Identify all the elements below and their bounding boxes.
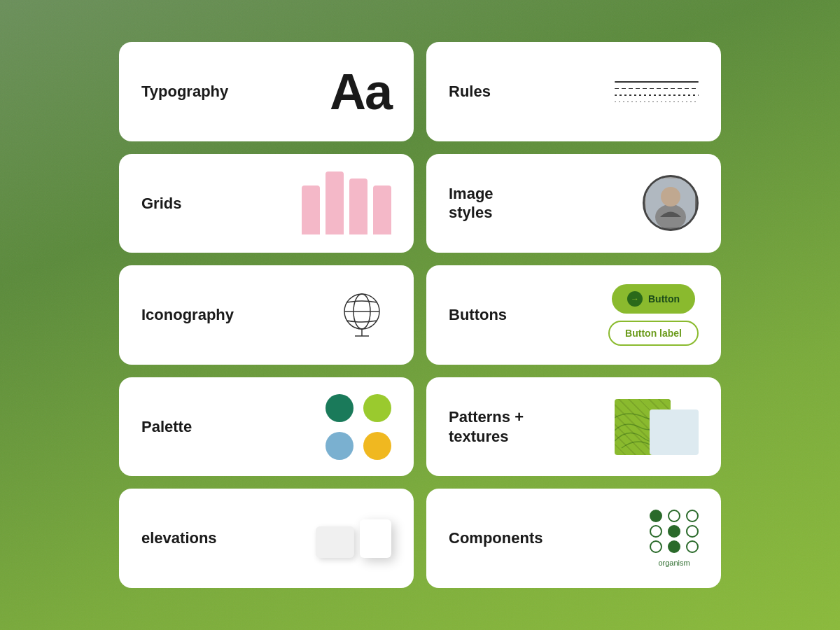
card-elevations[interactable]: elevations (119, 489, 414, 588)
avatar-svg (646, 178, 695, 227)
grid-col-1 (302, 186, 320, 234)
comp-dot-empty-6 (686, 540, 699, 553)
svg-point-2 (661, 187, 680, 206)
button-filled[interactable]: → Button (612, 284, 695, 314)
components-visual: organism (650, 510, 699, 567)
globe-svg (335, 287, 391, 343)
palette-visual (326, 394, 391, 460)
components-dots-grid: organism (650, 510, 699, 567)
pattern-light-block (650, 410, 699, 455)
patterns-blocks (615, 399, 699, 455)
card-components[interactable]: Components organism (426, 489, 721, 588)
card-buttons[interactable]: Buttons → Button Button label (426, 265, 721, 365)
grid-col-3 (349, 178, 368, 234)
card-patterns[interactable]: Patterns +textures (426, 377, 721, 477)
shadow-box-low (316, 526, 354, 558)
comp-dot-filled-3 (668, 540, 680, 553)
card-title-buttons: Buttons (449, 305, 507, 325)
button-outline-label: Button label (625, 328, 682, 339)
comp-dot-filled-1 (650, 510, 662, 522)
dot-blue (326, 432, 354, 460)
image-styles-visual (643, 175, 699, 231)
typography-sample: Aa (330, 63, 391, 120)
card-title-components: Components (449, 528, 542, 548)
card-image-styles[interactable]: Imagestyles (426, 154, 721, 253)
dots-row-3 (650, 540, 699, 553)
elevations-visual (316, 519, 391, 558)
buttons-group: → Button Button label (608, 284, 699, 346)
card-title-image-styles: Imagestyles (449, 184, 493, 223)
iconography-visual (335, 287, 391, 343)
grid-col-2 (326, 172, 344, 234)
rules-dotted-xs-line (615, 102, 699, 102)
card-grids[interactable]: Grids (119, 154, 414, 253)
card-iconography[interactable]: Iconography (119, 265, 414, 365)
card-palette[interactable]: Palette (119, 377, 414, 477)
comp-dot-empty-5 (650, 540, 662, 553)
palette-dots (326, 394, 391, 460)
shadow-box-high (360, 519, 391, 558)
button-filled-label: Button (648, 293, 680, 304)
card-title-iconography: Iconography (141, 305, 234, 325)
button-outline[interactable]: Button label (608, 321, 699, 346)
card-rules[interactable]: Rules (426, 42, 721, 141)
card-title-rules: Rules (449, 82, 491, 102)
grids-visual (302, 172, 391, 234)
dot-yellow (363, 432, 391, 460)
rules-lines (615, 81, 699, 102)
dot-teal (326, 394, 354, 422)
rules-visual (615, 81, 699, 102)
card-title-grids: Grids (141, 194, 181, 214)
rules-dashed-line (615, 88, 699, 90)
comp-dot-empty-2 (686, 510, 699, 522)
rules-solid-line (615, 81, 699, 83)
grid-columns (302, 172, 391, 234)
shadow-boxes (316, 519, 391, 558)
buttons-visual: → Button Button label (608, 284, 699, 346)
avatar-image (643, 175, 699, 231)
comp-dot-empty-4 (686, 525, 699, 538)
button-arrow-icon: → (627, 291, 643, 307)
rules-dotted-sm-line (615, 94, 699, 96)
card-title-typography: Typography (141, 82, 228, 102)
comp-dot-empty-3 (650, 525, 662, 538)
organism-label: organism (658, 559, 690, 567)
grid-col-4 (373, 186, 391, 234)
card-title-palette: Palette (141, 417, 192, 437)
card-title-patterns: Patterns +textures (449, 407, 524, 446)
comp-dot-filled-2 (668, 525, 680, 538)
dots-row-1 (650, 510, 699, 522)
comp-dot-empty-1 (668, 510, 680, 522)
typography-visual: Aa (330, 63, 391, 120)
dots-row-2 (650, 525, 699, 538)
card-typography[interactable]: Typography Aa (119, 42, 414, 141)
patterns-visual (615, 399, 699, 455)
card-title-elevations: elevations (141, 528, 217, 548)
main-grid: Typography Aa Rules Grids (0, 0, 840, 630)
dot-lime (363, 394, 391, 422)
